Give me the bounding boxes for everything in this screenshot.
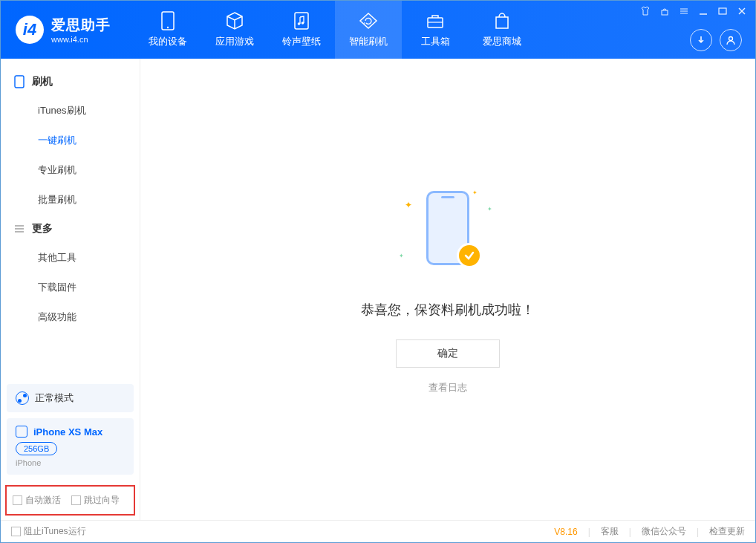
success-illustration: ✦ ✦ ✦ ✦ xyxy=(396,185,500,282)
sidebar-section-flash: 刷机 xyxy=(1,68,140,96)
sidebar-item-download-firmware[interactable]: 下载固件 xyxy=(1,273,140,302)
tab-my-device[interactable]: 我的设备 xyxy=(134,1,201,59)
list-icon xyxy=(14,224,25,234)
sidebar-section-more: 更多 xyxy=(1,215,140,243)
logo-icon: i4 xyxy=(16,16,44,44)
window-controls xyxy=(639,5,748,17)
wechat-link[interactable]: 微信公众号 xyxy=(642,525,686,538)
ok-button[interactable]: 确定 xyxy=(396,339,500,368)
sparkle-icon: ✦ xyxy=(472,189,478,196)
version-label: V8.16 xyxy=(554,527,577,537)
check-badge-icon xyxy=(457,243,482,268)
checkbox-icon xyxy=(71,495,81,505)
tab-label: 智能刷机 xyxy=(349,35,388,48)
svg-rect-7 xyxy=(662,10,668,15)
content-area: ✦ ✦ ✦ ✦ 恭喜您，保资料刷机成功啦！ 确定 查看日志 xyxy=(140,59,755,520)
sidebar-item-itunes-flash[interactable]: iTunes刷机 xyxy=(1,96,140,126)
minimize-icon[interactable] xyxy=(697,5,709,17)
sidebar: 刷机 iTunes刷机 一键刷机 专业刷机 批量刷机 更多 其他工具 下载固件 … xyxy=(1,59,140,520)
view-log-link[interactable]: 查看日志 xyxy=(428,381,467,394)
skip-guide-checkbox[interactable]: 跳过向导 xyxy=(71,494,120,507)
phone-icon xyxy=(14,75,25,88)
device-small-icon xyxy=(16,426,27,438)
storage-badge: 256GB xyxy=(16,442,57,455)
tab-label: 爱思商城 xyxy=(483,35,521,48)
customer-service-link[interactable]: 客服 xyxy=(601,525,619,538)
svg-rect-12 xyxy=(719,8,726,14)
device-name: iPhone XS Max xyxy=(33,426,102,438)
user-button[interactable] xyxy=(720,29,742,51)
svg-point-4 xyxy=(302,22,304,25)
svg-point-1 xyxy=(167,27,169,28)
tab-label: 工具箱 xyxy=(421,35,450,48)
app-header: i4 爱思助手 www.i4.cn 我的设备 应用游戏 铃声壁纸 智能刷机 工具… xyxy=(1,1,755,59)
download-button[interactable] xyxy=(690,29,712,51)
top-tabs: 我的设备 应用游戏 铃声壁纸 智能刷机 工具箱 爱思商城 xyxy=(134,1,535,59)
check-update-link[interactable]: 检查更新 xyxy=(709,525,745,538)
svg-rect-16 xyxy=(15,76,24,88)
app-title: 爱思助手 xyxy=(51,16,111,35)
logo-area: i4 爱思助手 www.i4.cn xyxy=(1,16,134,44)
checkbox-icon xyxy=(13,495,22,505)
maximize-icon[interactable] xyxy=(717,5,729,17)
menu-icon[interactable] xyxy=(678,5,690,17)
svg-rect-2 xyxy=(295,13,308,29)
block-itunes-checkbox[interactable]: 阻止iTunes运行 xyxy=(11,525,86,538)
svg-point-3 xyxy=(298,22,301,25)
checkbox-icon xyxy=(11,527,21,536)
checkbox-row-highlighted: 自动激活 跳过向导 xyxy=(5,485,135,516)
toolbox-icon xyxy=(426,11,445,30)
tab-smart-flash[interactable]: 智能刷机 xyxy=(335,1,402,59)
tab-apps-games[interactable]: 应用游戏 xyxy=(201,1,268,59)
music-icon xyxy=(292,11,311,30)
sidebar-item-advanced[interactable]: 高级功能 xyxy=(1,302,140,332)
sidebar-item-pro-flash[interactable]: 专业刷机 xyxy=(1,155,140,185)
tab-label: 我的设备 xyxy=(149,35,187,48)
close-icon[interactable] xyxy=(736,5,748,17)
sidebar-item-batch-flash[interactable]: 批量刷机 xyxy=(1,185,140,215)
mode-label: 正常模式 xyxy=(35,391,74,405)
refresh-icon xyxy=(359,11,378,30)
shirt-icon[interactable] xyxy=(639,5,651,17)
mode-icon xyxy=(16,391,29,405)
tab-store[interactable]: 爱思商城 xyxy=(469,1,535,59)
sidebar-item-other-tools[interactable]: 其他工具 xyxy=(1,243,140,273)
auto-activate-checkbox[interactable]: 自动激活 xyxy=(13,494,61,507)
mode-box[interactable]: 正常模式 xyxy=(7,384,134,412)
bag-icon xyxy=(492,11,512,30)
success-message: 恭喜您，保资料刷机成功啦！ xyxy=(361,301,535,319)
svg-point-15 xyxy=(729,37,733,41)
tab-label: 应用游戏 xyxy=(215,35,254,48)
sparkle-icon: ✦ xyxy=(405,200,412,210)
device-box[interactable]: iPhone XS Max 256GB iPhone xyxy=(7,418,134,475)
sidebar-item-oneclick-flash[interactable]: 一键刷机 xyxy=(1,126,140,155)
device-icon xyxy=(158,11,177,30)
sparkle-icon: ✦ xyxy=(487,206,492,212)
device-type: iPhone xyxy=(16,458,125,467)
tab-label: 铃声壁纸 xyxy=(282,35,321,48)
lock-icon[interactable] xyxy=(659,5,671,17)
app-subtitle: www.i4.cn xyxy=(51,35,111,44)
footer: 阻止iTunes运行 V8.16 | 客服 | 微信公众号 | 检查更新 xyxy=(1,520,755,542)
tab-toolbox[interactable]: 工具箱 xyxy=(402,1,469,59)
sparkle-icon: ✦ xyxy=(399,253,404,259)
tab-ringtones-wallpapers[interactable]: 铃声壁纸 xyxy=(268,1,335,59)
cube-icon xyxy=(225,11,244,30)
